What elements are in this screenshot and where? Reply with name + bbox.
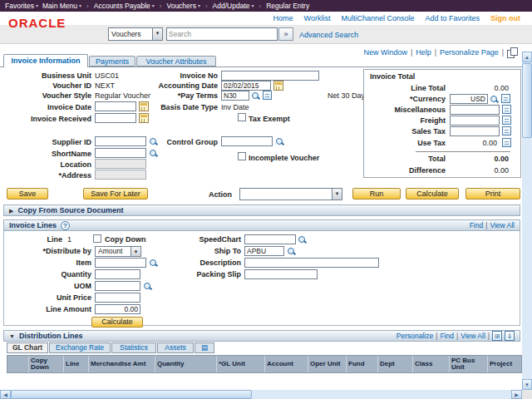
line-calculate-button[interactable]: Calculate — [91, 317, 143, 328]
search-input[interactable] — [166, 27, 278, 41]
separator: | — [436, 332, 437, 340]
calendar-icon[interactable] — [273, 81, 283, 91]
distribute-by-select[interactable]: Amount — [95, 246, 141, 257]
tab-voucher-attributes[interactable]: Voucher Attributes — [136, 56, 216, 66]
menu-main-menu[interactable]: Main Menu ▾ — [42, 2, 81, 10]
horizontal-scroll-thumb[interactable] — [11, 390, 252, 399]
sales-tax-input[interactable] — [450, 126, 500, 136]
lookup-icon[interactable] — [288, 247, 297, 256]
miscellaneous-label: Miscellaneous — [366, 106, 446, 114]
tab-payments[interactable]: Payments — [89, 56, 135, 66]
action-select[interactable] — [239, 188, 342, 200]
unit-price-input[interactable] — [95, 293, 140, 303]
breadcrumb-regular-entry[interactable]: Regular Entry — [266, 2, 309, 10]
grid-tab-statistics[interactable]: Statistics — [111, 342, 156, 353]
distribution-grid-header: Copy Down Line Merchandise Amt Quantity … — [7, 355, 522, 373]
invoice-lines-links: Find | View All — [470, 221, 515, 229]
lookup-icon[interactable] — [144, 282, 153, 291]
sales-tax-detail-icon[interactable] — [502, 126, 511, 135]
vertical-scroll-thumb[interactable] — [522, 63, 532, 138]
lookup-icon[interactable] — [150, 149, 159, 158]
save-button[interactable]: Save — [7, 188, 48, 200]
packing-slip-input[interactable] — [244, 269, 318, 279]
use-tax-detail-icon[interactable] — [502, 138, 511, 147]
supplier-id-input[interactable] — [95, 136, 146, 146]
quantity-input[interactable] — [95, 269, 140, 279]
personalize-page-link[interactable]: Personalize Page — [440, 48, 499, 57]
menu-favorites[interactable]: Favorites ▾ — [5, 2, 38, 10]
advanced-search-link[interactable]: Advanced Search — [299, 31, 358, 39]
grid-tab-gl-chart[interactable]: GL Chart — [7, 342, 48, 353]
freight-detail-icon[interactable] — [502, 116, 511, 125]
calendar-icon[interactable] — [139, 113, 149, 123]
calculate-button[interactable]: Calculate — [406, 188, 459, 200]
item-input[interactable] — [95, 258, 146, 268]
exchange-rate-icon[interactable] — [501, 94, 510, 103]
lookup-icon[interactable] — [298, 235, 308, 244]
grid-tab-assets[interactable]: Assets — [157, 342, 194, 353]
tax-exempt-checkbox[interactable] — [238, 113, 246, 121]
worklist-link[interactable]: Worklist — [304, 14, 331, 22]
grid-tab-exchange-rate[interactable]: Exchange Rate — [49, 342, 111, 353]
copy-source-section-header[interactable]: ▶ Copy From Source Document — [3, 204, 520, 216]
miscellaneous-input[interactable] — [450, 105, 500, 115]
pay-terms-note-icon[interactable] — [263, 91, 272, 100]
freight-input[interactable] — [450, 116, 500, 126]
find-link[interactable]: Find — [440, 332, 454, 340]
personalize-link[interactable]: Personalize — [397, 332, 433, 340]
copy-url-icon[interactable] — [507, 47, 517, 57]
multichannel-console-link[interactable]: MultiChannel Console — [341, 14, 414, 22]
uom-input[interactable] — [95, 281, 140, 291]
breadcrumb-accounts-payable[interactable]: Accounts Payable ▾ — [94, 2, 155, 10]
help-link[interactable]: Help — [416, 48, 431, 57]
ship-to-input[interactable] — [244, 246, 284, 256]
control-group-label: Control Group — [143, 138, 218, 146]
sign-out-link[interactable]: Sign out — [490, 14, 520, 22]
view-all-link[interactable]: View All — [490, 221, 515, 229]
home-link[interactable]: Home — [273, 14, 293, 22]
lookup-icon[interactable] — [252, 91, 261, 101]
search-scope-select[interactable]: Vouchers — [108, 27, 163, 41]
shortname-input[interactable] — [95, 148, 146, 158]
scroll-left-button[interactable]: ◀ — [0, 390, 11, 399]
grid-col-header: Fund — [347, 356, 378, 372]
lookup-icon[interactable] — [490, 95, 500, 104]
speedchart-input[interactable] — [244, 234, 296, 244]
scroll-up-button[interactable]: ▲ — [522, 52, 532, 62]
print-button[interactable]: Print — [466, 188, 520, 200]
lookup-icon[interactable] — [150, 259, 159, 268]
misc-detail-icon[interactable] — [502, 105, 511, 114]
download-grid-icon[interactable]: ⇓ — [505, 331, 515, 341]
help-icon[interactable]: ? — [61, 221, 70, 230]
basis-date-type-label: Basis Date Type — [143, 103, 218, 111]
add-to-favorites-link[interactable]: Add to Favorites — [425, 14, 480, 22]
control-group-input[interactable] — [221, 136, 273, 146]
breadcrumb-vouchers[interactable]: Vouchers ▾ — [166, 2, 200, 10]
invoice-date-input[interactable] — [95, 101, 136, 111]
pay-terms-input[interactable] — [221, 91, 249, 101]
invoice-received-input[interactable] — [95, 113, 136, 123]
collapse-section-icon[interactable]: ▼ — [9, 333, 15, 339]
invoice-no-input[interactable] — [221, 71, 319, 81]
lookup-icon[interactable] — [276, 137, 285, 146]
incomplete-voucher-checkbox[interactable] — [238, 152, 246, 160]
copy-down-checkbox[interactable] — [93, 234, 101, 243]
run-button[interactable]: Run — [352, 188, 401, 200]
save-for-later-button[interactable]: Save For Later — [83, 188, 148, 200]
breadcrumb-add-update[interactable]: Add/Update ▾ — [213, 2, 254, 10]
accounting-date-input[interactable] — [221, 81, 271, 91]
view-all-link[interactable]: View All — [461, 332, 485, 340]
tab-invoice-information[interactable]: Invoice Information — [3, 54, 88, 67]
find-link[interactable]: Find — [470, 221, 484, 229]
description-input[interactable] — [244, 258, 379, 268]
line-amount-input[interactable] — [95, 304, 140, 314]
scroll-down-button[interactable]: ▼ — [522, 379, 532, 390]
new-window-link[interactable]: New Window — [363, 48, 407, 57]
scroll-right-button[interactable]: ▶ — [511, 390, 522, 399]
search-go-button[interactable]: » — [278, 27, 293, 41]
zoom-grid-icon[interactable]: ⊞ — [492, 331, 502, 341]
shortname-label: ShortName — [17, 150, 91, 158]
show-all-columns-button[interactable]: ▤ — [195, 342, 214, 353]
currency-input[interactable] — [450, 94, 488, 104]
expand-section-icon[interactable]: ▶ — [9, 208, 13, 214]
